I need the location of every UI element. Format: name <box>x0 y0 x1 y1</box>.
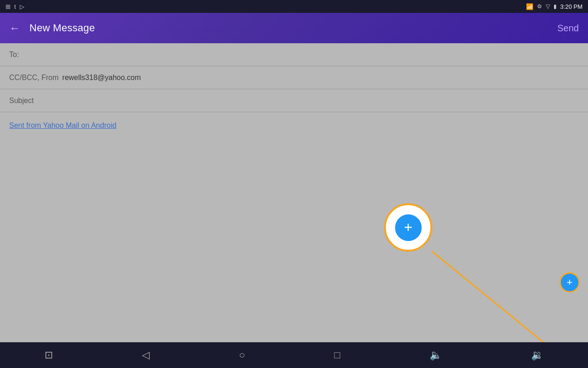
settings-icon: ⚙ <box>537 3 542 10</box>
fab-magnified-button[interactable]: + <box>384 203 432 252</box>
signature-text[interactable]: Sent from Yahoo Mail on Android <box>9 121 116 129</box>
back-button[interactable]: ← <box>9 22 20 34</box>
send-button[interactable]: Send <box>557 23 579 34</box>
fab-plus-icon: + <box>395 214 422 241</box>
screenshot-icon[interactable]: ⊡ <box>45 349 53 361</box>
gallery-icon: ⊞ <box>6 3 11 10</box>
page-title: New Message <box>29 22 557 34</box>
ccbcc-label: CC/BCC, From <box>9 74 59 82</box>
tumblr-icon: t <box>14 3 16 10</box>
time-display: 3:20 PM <box>560 3 582 10</box>
ccbcc-row: CC/BCC, From <box>0 66 588 89</box>
volume-up-icon[interactable]: 🔉 <box>531 349 543 361</box>
subject-row: Subject <box>0 89 588 112</box>
ccbcc-input[interactable] <box>62 74 579 82</box>
fab-actual-icon: + <box>567 276 573 288</box>
media-icon: ▷ <box>20 3 24 10</box>
battery-icon: ▮ <box>554 3 557 10</box>
volume-down-icon[interactable]: 🔈 <box>430 349 442 361</box>
email-body[interactable]: Sent from Yahoo Mail on Android + + <box>0 112 588 342</box>
wifi-icon: ▽ <box>546 3 550 10</box>
status-bar: ⊞ t ▷ 📶 ⚙ ▽ ▮ 3:20 PM <box>0 0 588 13</box>
to-label: To: <box>9 51 46 59</box>
to-input[interactable] <box>46 51 579 59</box>
recents-icon[interactable]: □ <box>334 349 340 361</box>
app-bar: ← New Message Send <box>0 13 588 43</box>
to-row: To: <box>0 43 588 66</box>
fab-actual-button[interactable]: + <box>560 272 580 293</box>
bluetooth-icon: 📶 <box>526 3 533 10</box>
subject-input[interactable] <box>46 97 579 105</box>
back-nav-icon[interactable]: ◁ <box>142 349 150 361</box>
nav-bar: ⊡ ◁ ○ □ 🔈 🔉 <box>0 342 588 368</box>
subject-label: Subject <box>9 97 46 105</box>
email-form: To: CC/BCC, From Subject <box>0 43 588 112</box>
home-icon[interactable]: ○ <box>239 349 245 361</box>
